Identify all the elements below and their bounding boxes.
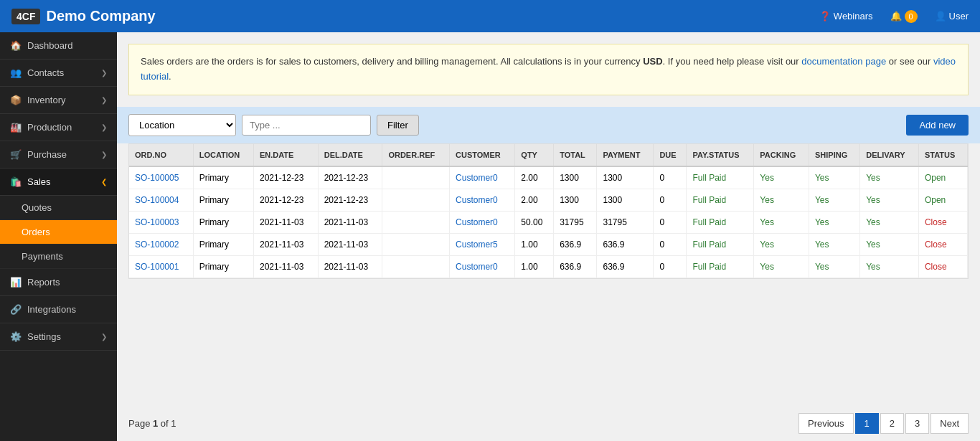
- search-input[interactable]: [242, 115, 371, 136]
- cell-en-date: 2021-11-03: [253, 233, 318, 255]
- col-status: STATUS: [918, 144, 967, 166]
- logo-badge: 4CF: [11, 9, 40, 24]
- cell-location: Primary: [193, 166, 253, 189]
- col-customer: CUSTOMER: [450, 144, 515, 166]
- question-icon: ❓: [819, 11, 831, 22]
- cell-location: Primary: [193, 189, 253, 211]
- table-row: SO-100001 Primary 2021-11-03 2021-11-03 …: [129, 255, 968, 278]
- cell-delivary: Yes: [860, 211, 919, 233]
- cell-order-ref: [382, 166, 450, 189]
- customer-link[interactable]: Customer0: [456, 217, 498, 227]
- production-icon: 🏭: [10, 122, 22, 133]
- cell-due: 0: [654, 233, 687, 255]
- sidebar-item-purchase[interactable]: 🛒 Purchase ❯: [0, 141, 117, 169]
- sidebar-item-sales[interactable]: 🛍️ Sales ❮: [0, 169, 117, 196]
- sidebar-sub-item-quotes[interactable]: Quotes: [0, 196, 117, 220]
- cell-pay-status: Full Paid: [687, 189, 754, 211]
- sidebar-item-production[interactable]: 🏭 Production ❯: [0, 114, 117, 141]
- col-due: DUE: [654, 144, 687, 166]
- cell-total: 1300: [554, 189, 597, 211]
- location-select[interactable]: Location Customer Status Order Ref: [128, 114, 236, 136]
- cell-delivary: Yes: [860, 189, 919, 211]
- table-body: SO-100005 Primary 2021-12-23 2021-12-23 …: [129, 166, 968, 278]
- sidebar-sub-item-orders[interactable]: Orders: [0, 220, 117, 245]
- col-total: TOTAL: [554, 144, 597, 166]
- filter-button[interactable]: Filter: [377, 115, 419, 136]
- previous-button[interactable]: Previous: [798, 413, 854, 434]
- documentation-link[interactable]: documentation page: [801, 56, 886, 67]
- cell-ord-no[interactable]: SO-100005: [129, 166, 193, 189]
- cell-qty: 2.00: [515, 189, 554, 211]
- order-link[interactable]: SO-100002: [135, 240, 179, 250]
- company-name: Demo Company: [46, 8, 155, 24]
- sidebar-item-label: Integrations: [27, 304, 76, 315]
- bell-icon: 🔔: [890, 11, 902, 22]
- add-new-button[interactable]: Add new: [906, 115, 969, 136]
- user-link[interactable]: 👤 User: [935, 11, 969, 22]
- customer-link[interactable]: Customer0: [456, 262, 498, 272]
- customer-link[interactable]: Customer0: [456, 195, 498, 205]
- sidebar-item-label: Production: [27, 122, 72, 133]
- cell-shiping: Yes: [809, 166, 859, 189]
- cell-ord-no[interactable]: SO-100001: [129, 255, 193, 278]
- cell-shiping: Yes: [809, 189, 859, 211]
- cell-packing: Yes: [754, 255, 809, 278]
- cell-packing: Yes: [754, 166, 809, 189]
- next-button[interactable]: Next: [930, 413, 969, 434]
- cell-customer[interactable]: Customer0: [450, 189, 515, 211]
- cell-packing: Yes: [754, 211, 809, 233]
- main-layout: 🏠 Dashboard 👥 Contacts ❯ 📦 Inventory ❯ 🏭…: [0, 32, 980, 441]
- cell-location: Primary: [193, 255, 253, 278]
- table-row: SO-100005 Primary 2021-12-23 2021-12-23 …: [129, 166, 968, 189]
- logo-area: 4CF Demo Company: [11, 8, 156, 24]
- page-3-button[interactable]: 3: [905, 413, 929, 434]
- cell-total: 31795: [554, 211, 597, 233]
- right-nav: ❓ Webinars 🔔 0 👤 User: [819, 10, 969, 23]
- cell-del-date: 2021-11-03: [318, 211, 382, 233]
- order-link[interactable]: SO-100005: [135, 173, 179, 183]
- info-text-1: Sales orders are the orders is for sales…: [141, 56, 643, 67]
- page-2-button[interactable]: 2: [880, 413, 904, 434]
- sidebar-item-reports[interactable]: 📊 Reports: [0, 269, 117, 296]
- integrations-icon: 🔗: [10, 304, 22, 315]
- sidebar-sub-item-payments[interactable]: Payments: [0, 245, 117, 269]
- cell-location: Primary: [193, 233, 253, 255]
- cell-qty: 50.00: [515, 211, 554, 233]
- cell-customer[interactable]: Customer0: [450, 166, 515, 189]
- customer-link[interactable]: Customer0: [456, 173, 498, 183]
- info-text-4: .: [169, 71, 171, 82]
- sidebar-item-inventory[interactable]: 📦 Inventory ❯: [0, 87, 117, 114]
- sidebar-item-dashboard[interactable]: 🏠 Dashboard: [0, 32, 117, 60]
- sidebar-item-contacts[interactable]: 👥 Contacts ❯: [0, 60, 117, 87]
- cell-customer[interactable]: Customer0: [450, 255, 515, 278]
- chevron-right-icon: ❯: [101, 333, 107, 341]
- sidebar-item-integrations[interactable]: 🔗 Integrations: [0, 296, 117, 323]
- col-location: LOCATION: [193, 144, 253, 166]
- order-link[interactable]: SO-100003: [135, 217, 179, 227]
- cell-due: 0: [654, 189, 687, 211]
- reports-icon: 📊: [10, 277, 22, 288]
- table-row: SO-100004 Primary 2021-12-23 2021-12-23 …: [129, 189, 968, 211]
- inventory-icon: 📦: [10, 95, 22, 105]
- page-label: Page: [128, 418, 150, 429]
- sidebar-item-settings[interactable]: ⚙️ Settings ❯: [0, 323, 117, 351]
- page-1-button[interactable]: 1: [855, 413, 879, 434]
- sidebar-item-label: Reports: [27, 277, 60, 288]
- customer-link[interactable]: Customer5: [456, 240, 498, 250]
- current-page: 1: [153, 418, 158, 429]
- orders-table: ORD.NO LOCATION EN.DATE DEL.DATE ORDER.R…: [129, 144, 968, 278]
- cell-ord-no[interactable]: SO-100002: [129, 233, 193, 255]
- webinars-link[interactable]: ❓ Webinars: [819, 11, 873, 22]
- cell-ord-no[interactable]: SO-100004: [129, 189, 193, 211]
- col-del-date: DEL.DATE: [318, 144, 382, 166]
- cell-ord-no[interactable]: SO-100003: [129, 211, 193, 233]
- cell-customer[interactable]: Customer5: [450, 233, 515, 255]
- order-link[interactable]: SO-100004: [135, 195, 179, 205]
- notifications-link[interactable]: 🔔 0: [890, 10, 918, 23]
- order-link[interactable]: SO-100001: [135, 262, 179, 272]
- cell-total: 1300: [554, 166, 597, 189]
- col-packing: PACKING: [754, 144, 809, 166]
- cell-status: Close: [918, 233, 967, 255]
- cell-status: Open: [918, 189, 967, 211]
- cell-customer[interactable]: Customer0: [450, 211, 515, 233]
